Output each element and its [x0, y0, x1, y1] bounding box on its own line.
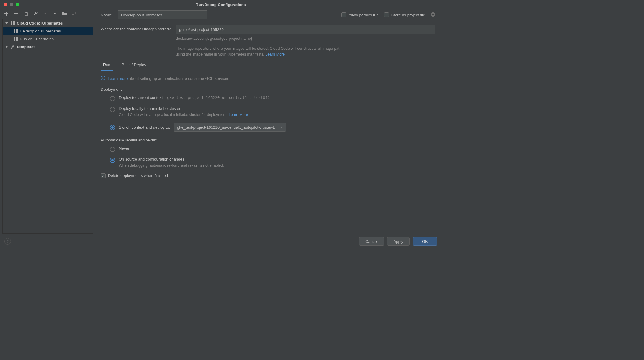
svg-rect-14 — [16, 39, 18, 41]
wrench-icon — [11, 45, 15, 49]
checkbox-label: Store as project file — [391, 13, 425, 17]
chevron-down-icon — [5, 22, 9, 25]
minikube-hint: Cloud Code will manage a local minikube … — [119, 113, 229, 117]
config-toolbar — [2, 9, 93, 18]
svg-rect-6 — [13, 23, 15, 25]
svg-rect-8 — [16, 29, 18, 31]
deploy-switch-context-radio[interactable] — [110, 125, 115, 130]
close-window-button[interactable] — [4, 3, 7, 6]
titlebar: Run/Debug Configurations — [0, 0, 441, 9]
config-tree[interactable]: Cloud Code: Kubernetes Develop on Kubern… — [2, 19, 93, 234]
svg-rect-10 — [16, 31, 18, 33]
tree-group-label: Templates — [16, 45, 35, 49]
config-name-input[interactable] — [118, 10, 207, 19]
name-label: Name: — [101, 13, 118, 17]
auto-never-radio[interactable] — [110, 147, 115, 152]
sort-icon[interactable] — [72, 11, 77, 16]
svg-rect-17 — [103, 77, 103, 77]
folder-icon[interactable] — [62, 11, 67, 16]
svg-rect-7 — [14, 29, 15, 31]
tree-item-label: Develop on Kubernetes — [20, 29, 61, 33]
auth-info-bar: Learn more about setting up authenticati… — [101, 76, 435, 81]
help-button[interactable]: ? — [4, 238, 11, 245]
image-help-text: The image repository where your images w… — [176, 46, 346, 57]
window-title: Run/Debug Configurations — [3, 2, 438, 7]
main-content: Cloud Code: Kubernetes Develop on Kubern… — [0, 9, 441, 234]
deploy-current-context-radio[interactable] — [110, 96, 115, 101]
svg-rect-9 — [14, 31, 15, 33]
auto-onsource-hint: When debugging, automatic re-build and r… — [119, 163, 224, 168]
tree-item-label: Run on Kubernetes — [20, 37, 54, 41]
dialog-footer: ? Cancel Apply OK — [0, 234, 441, 249]
auth-learn-more-link[interactable]: Learn more — [108, 76, 128, 81]
image-storage-label: Where are the container images stored? — [101, 25, 176, 31]
info-icon — [101, 76, 105, 81]
add-config-button[interactable] — [4, 11, 9, 16]
cancel-button[interactable]: Cancel — [359, 237, 384, 246]
radio-label: Switch context and deploy to: — [119, 125, 170, 130]
radio-label: Deploy to current context — [119, 95, 163, 100]
auto-onsource-radio[interactable] — [110, 158, 115, 163]
wrench-icon[interactable] — [33, 11, 38, 16]
tab-run[interactable]: Run — [101, 63, 113, 71]
image-repo-input[interactable] — [176, 25, 435, 34]
radio-label: On source and configuration changes — [119, 157, 224, 161]
kubernetes-item-icon — [14, 37, 18, 41]
checkbox-label: Delete deployments when finished — [108, 173, 168, 178]
cluster-select[interactable]: gke_test-project-165220_us-central1_auto… — [174, 123, 286, 132]
svg-rect-4 — [13, 21, 15, 23]
checkbox-icon — [384, 12, 389, 17]
form-panel: Name: Allow parallel run Store as projec… — [93, 9, 439, 234]
svg-rect-11 — [14, 37, 15, 39]
apply-button[interactable]: Apply — [387, 237, 410, 246]
tab-build-deploy[interactable]: Build / Deploy — [119, 63, 149, 71]
checkbox-checked-icon — [101, 173, 106, 178]
radio-label: Deploy locally to a minikube cluster — [119, 106, 248, 111]
chevron-right-icon — [5, 45, 9, 48]
gear-icon[interactable] — [431, 12, 435, 18]
checkbox-label: Allow parallel run — [349, 13, 379, 17]
tree-group-cloud-code[interactable]: Cloud Code: Kubernetes — [3, 19, 93, 27]
allow-parallel-run-checkbox[interactable]: Allow parallel run — [341, 12, 379, 17]
svg-rect-12 — [16, 37, 18, 39]
svg-rect-0 — [14, 13, 18, 14]
current-context-value: (gke_test-project-165220_us-central1-a_t… — [165, 95, 270, 100]
auth-info-text: about setting up authentication to consu… — [128, 76, 230, 81]
kubernetes-group-icon — [11, 21, 15, 25]
store-project-file-checkbox[interactable]: Store as project file — [384, 12, 425, 17]
copy-config-button[interactable] — [23, 11, 29, 16]
move-down-button[interactable] — [52, 11, 58, 16]
sidebar-panel: Cloud Code: Kubernetes Develop on Kubern… — [2, 9, 93, 234]
svg-rect-3 — [11, 21, 12, 23]
cluster-select-value: gke_test-project-165220_us-central1_auto… — [177, 125, 275, 130]
checkbox-icon — [341, 12, 346, 17]
svg-rect-13 — [14, 39, 15, 41]
svg-rect-2 — [25, 13, 27, 16]
window-controls — [4, 3, 19, 6]
auto-rebuild-section-title: Automatically rebuild and re-run: — [101, 138, 435, 142]
remove-config-button[interactable] — [13, 11, 19, 16]
tree-item-develop-on-kubernetes[interactable]: Develop on Kubernetes — [3, 27, 93, 35]
deployment-section-title: Deployment: — [101, 87, 435, 92]
delete-deployments-checkbox[interactable]: Delete deployments when finished — [101, 173, 435, 178]
minimize-window-button[interactable] — [10, 3, 13, 6]
zoom-window-button[interactable] — [16, 3, 19, 6]
svg-rect-16 — [103, 78, 103, 79]
config-tabs: Run Build / Deploy — [101, 63, 435, 71]
kubernetes-item-icon — [14, 29, 18, 33]
move-up-button[interactable] — [42, 11, 48, 16]
deploy-minikube-radio[interactable] — [110, 107, 115, 112]
tree-group-label: Cloud Code: Kubernetes — [17, 21, 63, 25]
tree-group-templates[interactable]: Templates — [3, 43, 93, 51]
ok-button[interactable]: OK — [413, 237, 437, 246]
svg-rect-5 — [11, 23, 12, 25]
image-placeholder-hint: docker.io/{account}, gcr.io/{gcp-project… — [176, 36, 346, 42]
minikube-learn-more-link[interactable]: Learn More — [229, 113, 248, 117]
radio-label: Never — [119, 146, 129, 151]
image-help-link[interactable]: Learn More — [265, 52, 285, 56]
tree-item-run-on-kubernetes[interactable]: Run on Kubernetes — [3, 35, 93, 43]
